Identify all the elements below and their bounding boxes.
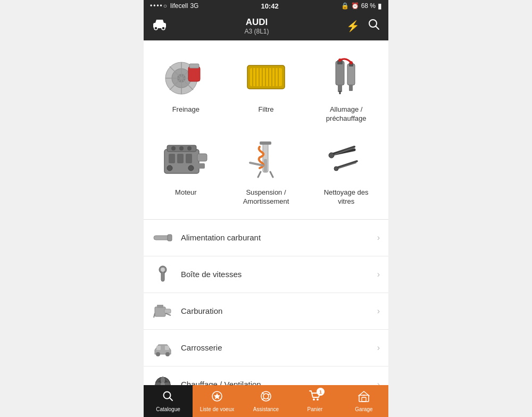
svg-line-54 — [336, 161, 357, 168]
svg-rect-89 — [362, 397, 366, 402]
category-moteur[interactable]: Moteur — [148, 132, 224, 211]
nav-voeux[interactable]: Liste de voeux — [193, 385, 242, 417]
carrosserie-icon — [152, 337, 173, 358]
bottom-navigation: Catalogue Liste de voeux Assistance — [144, 385, 388, 417]
search-icon[interactable] — [368, 19, 380, 34]
svg-point-71 — [156, 352, 160, 356]
chauffage-label: Chauffage / Ventilation — [181, 380, 377, 385]
list-item-carburation[interactable]: Carburation › — [144, 293, 388, 330]
signal-dots: ••••○ — [150, 2, 168, 10]
nettoyage-label: Nettoyage des vitres — [324, 188, 369, 206]
list-item-chauffage[interactable]: Chauffage / Ventilation › — [144, 366, 388, 385]
category-allumage[interactable]: Allumage / préchauffage — [308, 49, 384, 128]
svg-line-67 — [165, 313, 171, 315]
boite-label: Boîte de vitesses — [181, 270, 377, 279]
battery-label: 68 % — [361, 2, 376, 10]
nav-garage[interactable]: Garage — [339, 385, 388, 417]
alarm-icon: ⏰ — [351, 2, 359, 10]
lightning-icon[interactable]: ⚡ — [346, 20, 360, 32]
svg-rect-16 — [250, 68, 282, 86]
svg-rect-65 — [164, 309, 171, 313]
list-item-boite[interactable]: Boîte de vitesses › — [144, 256, 388, 293]
assistance-icon — [260, 390, 272, 405]
svg-point-34 — [350, 61, 353, 64]
moteur-image — [156, 136, 215, 184]
nettoyage-image — [317, 136, 376, 184]
svg-rect-69 — [156, 346, 161, 350]
car-nav-icon[interactable] — [152, 19, 167, 33]
header-title: AUDI A3 (8L1) — [244, 17, 269, 35]
svg-rect-13 — [188, 66, 200, 81]
car-model: A3 (8L1) — [244, 28, 269, 35]
main-content: Freinage — [144, 40, 388, 385]
svg-point-45 — [167, 165, 172, 171]
svg-rect-43 — [197, 154, 207, 161]
assistance-label: Assistance — [253, 406, 279, 412]
svg-rect-64 — [157, 305, 163, 308]
svg-rect-59 — [168, 235, 172, 241]
status-left: ••••○ lifecell 3G — [150, 2, 198, 10]
svg-rect-30 — [347, 64, 355, 85]
svg-point-3 — [162, 27, 165, 30]
nav-catalogue[interactable]: Catalogue — [144, 385, 193, 417]
phone-screen: ••••○ lifecell 3G 10:42 🔒 ⏰ 68 % ▮ AU — [144, 0, 388, 417]
filtre-image — [237, 53, 295, 101]
network-label: 3G — [190, 2, 198, 10]
svg-point-57 — [334, 166, 338, 171]
allumage-label: Allumage / préchauffage — [326, 105, 367, 123]
list-item-carrosserie[interactable]: Carrosserie › — [144, 330, 388, 366]
carrier-label: lifecell — [170, 2, 188, 10]
freinage-image — [156, 53, 215, 101]
svg-line-81 — [170, 397, 173, 401]
suspension-image — [237, 136, 295, 184]
svg-rect-88 — [359, 395, 369, 402]
svg-point-86 — [313, 398, 315, 401]
chevron-icon-chauffage: › — [377, 380, 380, 385]
list-section: Alimentation carburant › Boîte de vitess… — [144, 219, 388, 385]
list-item-alimentation[interactable]: Alimentation carburant › — [144, 220, 388, 256]
chevron-icon-alimentation: › — [377, 233, 380, 243]
svg-point-33 — [338, 59, 342, 62]
svg-rect-44 — [197, 163, 205, 169]
svg-point-87 — [317, 398, 319, 401]
svg-line-55 — [336, 163, 356, 169]
status-bar: ••••○ lifecell 3G 10:42 🔒 ⏰ 68 % ▮ — [144, 0, 388, 12]
status-time: 10:42 — [261, 2, 278, 10]
freinage-label: Freinage — [172, 105, 200, 114]
category-filtre[interactable]: Filtre — [228, 49, 304, 128]
svg-marker-1 — [155, 20, 164, 23]
boite-icon — [152, 264, 173, 285]
lock-icon: 🔒 — [341, 2, 349, 10]
svg-rect-28 — [338, 85, 342, 92]
header-left[interactable] — [152, 19, 167, 34]
filtre-label: Filtre — [259, 105, 274, 114]
moteur-label: Moteur — [175, 188, 196, 197]
category-nettoyage[interactable]: Nettoyage des vitres — [308, 132, 384, 211]
category-suspension[interactable]: Suspension / Amortissement — [228, 132, 304, 211]
garage-label: Garage — [355, 406, 372, 412]
nav-assistance[interactable]: Assistance — [242, 385, 290, 417]
svg-point-72 — [165, 352, 170, 356]
category-freinage[interactable]: Freinage — [148, 49, 224, 128]
svg-rect-41 — [177, 154, 184, 163]
svg-point-2 — [154, 27, 157, 30]
svg-rect-40 — [169, 154, 175, 163]
svg-rect-32 — [349, 85, 353, 91]
svg-rect-49 — [260, 141, 271, 145]
svg-marker-83 — [214, 393, 220, 399]
svg-point-39 — [187, 146, 192, 151]
chevron-icon-boite: › — [377, 270, 380, 279]
svg-point-62 — [161, 268, 165, 272]
svg-line-5 — [376, 27, 379, 30]
suspension-label: Suspension / Amortissement — [243, 188, 289, 206]
nav-panier[interactable]: 1 Panier — [290, 385, 339, 417]
svg-rect-26 — [336, 61, 344, 85]
svg-rect-63 — [155, 307, 165, 316]
panier-badge: 1 — [317, 388, 325, 396]
garage-icon — [358, 390, 370, 405]
svg-point-38 — [179, 146, 184, 151]
carburation-label: Carburation — [181, 306, 377, 315]
svg-rect-42 — [186, 154, 192, 163]
catalogue-label: Catalogue — [156, 406, 180, 412]
voeux-icon — [211, 390, 223, 405]
